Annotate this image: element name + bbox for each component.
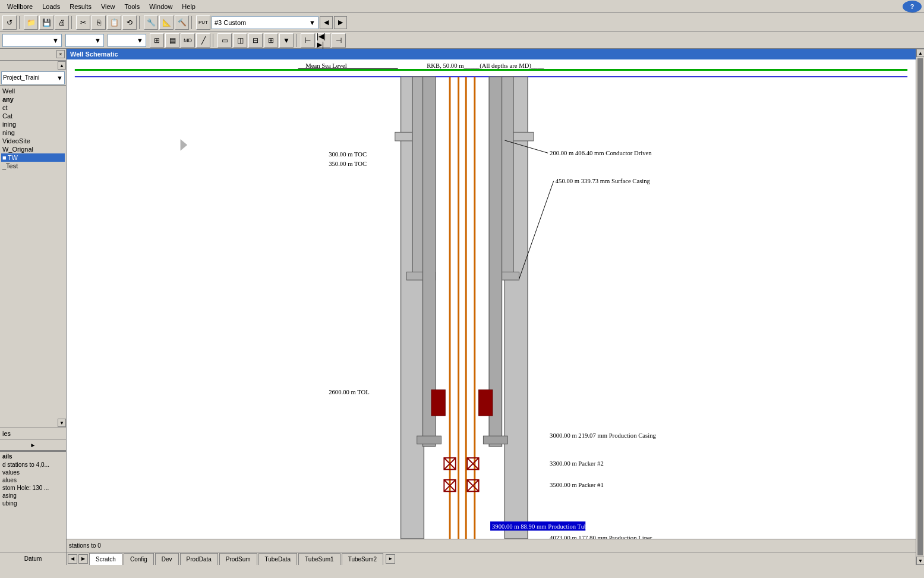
slope-btn[interactable]: ╱ <box>196 33 210 48</box>
nav-forward-btn[interactable]: ▶ <box>334 16 347 29</box>
details-item-1: values <box>0 469 66 476</box>
view-btn-4[interactable]: ⊞ <box>264 33 278 48</box>
scroll-up-btn[interactable]: ▲ <box>58 61 66 70</box>
project-dropdown[interactable]: Project_Traini ▼ <box>1 71 65 84</box>
toolbar-1: ↺ 📁 💾 🖨 ✂ ⎘ 📋 ⟲ 🔧 📐 🔨 PUT #3 Custom ▼ ◀ … <box>0 13 924 32</box>
tree-item-test[interactable]: _Test <box>1 162 65 170</box>
menu-item-view[interactable]: View <box>96 2 120 11</box>
right-scrollbar[interactable]: ▲ ▼ <box>916 49 924 565</box>
menu-item-wellbore[interactable]: Wellbore <box>2 2 37 11</box>
tree-item-well[interactable]: Well <box>1 87 65 95</box>
save-btn[interactable]: 💾 <box>39 15 53 30</box>
view-btn-5[interactable]: ▼ <box>279 33 294 48</box>
tree-item-ct[interactable]: ct <box>1 103 65 112</box>
tree-item-any[interactable]: any <box>1 95 65 103</box>
nav-btn-2[interactable]: |◀|▶| <box>316 33 330 48</box>
project-dropdown-arrow: ▼ <box>56 74 63 81</box>
tab-dev[interactable]: Dev <box>155 553 179 565</box>
menu-item-results[interactable]: Results <box>65 2 96 11</box>
sidebar-close-btn[interactable]: × <box>56 50 65 58</box>
tab-prodsum[interactable]: ProdSum <box>219 553 257 565</box>
copy-btn[interactable]: ⎘ <box>92 15 106 30</box>
tab-scratch[interactable]: Scratch <box>89 553 122 565</box>
tab-bar: ◀ ▶ Scratch Config Dev ProdData ProdSum … <box>67 552 916 565</box>
details-item-3: stom Hole: 130 ... <box>0 484 66 492</box>
tab-nav-right[interactable]: ▶ <box>78 554 88 564</box>
filter-dropdown-2[interactable]: ▼ <box>65 34 104 47</box>
tree-item-tw[interactable]: ■TW <box>1 153 65 162</box>
menu-item-window[interactable]: Window <box>144 2 177 11</box>
rkb-label: RKB, 50.00 m_____(All depths are MD)____ <box>427 62 544 70</box>
sidebar-scroll-top: ▲ <box>0 61 66 70</box>
scroll-thumb-right[interactable] <box>917 58 923 555</box>
filter-btn[interactable]: ⊞ <box>150 33 164 48</box>
tab-tubesum1[interactable]: TubeSum1 <box>298 553 340 565</box>
sidebar-collapse-btn[interactable]: ► <box>0 439 66 451</box>
menu-item-loads[interactable]: Loads <box>37 2 65 11</box>
tool3-btn[interactable]: 🔨 <box>175 15 189 30</box>
tab-tubedata[interactable]: TubeData <box>258 553 298 565</box>
table-btn-1[interactable]: ▤ <box>165 33 179 48</box>
tab-nav-right2[interactable]: ► <box>386 554 395 564</box>
scroll-down-btn[interactable]: ▼ <box>58 419 66 427</box>
dropdown-arrow-icon: ▼ <box>309 19 316 26</box>
cut-btn[interactable]: ✂ <box>76 15 90 30</box>
print-btn[interactable]: 🖨 <box>55 15 69 30</box>
status-bar: stations to 0 <box>67 539 916 552</box>
svg-rect-31 <box>431 389 445 416</box>
view-btn-3[interactable]: ⊟ <box>248 33 263 48</box>
toolbar-2: ▼ ▼ ▼ ⊞ ▤ MD ╱ ▭ ◫ ⊟ ⊞ ▼ ⊢ |◀|▶| ⊣ <box>0 32 924 49</box>
filter-dropdown-3[interactable]: ▼ <box>108 34 146 47</box>
nav-btn-3[interactable]: ⊣ <box>332 33 346 48</box>
prod-casing-label: 3000.00 m 219.07 mm Production Casing <box>550 432 656 439</box>
tree-item-videosite[interactable]: VideoSite <box>1 137 65 145</box>
sidebar: × ▲ Project_Traini ▼ Well any ct Cat ini… <box>0 49 67 565</box>
sep5 <box>213 34 215 47</box>
details-item-4: asing <box>0 492 66 500</box>
tool2-btn[interactable]: 📐 <box>159 15 174 30</box>
sep1 <box>19 16 21 29</box>
scroll-down-right[interactable]: ▼ <box>916 557 924 565</box>
tool1-btn[interactable]: 🔧 <box>144 15 158 30</box>
menu-item-tools[interactable]: Tools <box>120 2 145 11</box>
tree-item-cat[interactable]: Cat <box>1 112 65 120</box>
sep3 <box>139 16 141 29</box>
schematic-svg: Mean Sea Level RKB, 50.00 m_____(All dep… <box>67 59 916 539</box>
filter-dropdown-1[interactable]: ▼ <box>2 34 62 47</box>
svg-rect-32 <box>479 389 493 416</box>
scroll-up-right[interactable]: ▲ <box>916 49 924 57</box>
profile-dropdown[interactable]: #3 Custom ▼ <box>212 16 318 29</box>
tab-tubesum2[interactable]: TubeSum2 <box>342 553 384 565</box>
menu-item-help[interactable]: Help <box>177 2 200 11</box>
svg-rect-13 <box>417 436 441 444</box>
project-dropdown-label: Project_Traini <box>3 74 39 81</box>
nav-back-btn[interactable]: ◀ <box>320 16 333 29</box>
tab-nav-left[interactable]: ◀ <box>68 554 77 564</box>
dropdown-arrow-icon-4: ▼ <box>137 37 143 44</box>
sidebar-tree: Well any ct Cat ining ning VideoSite W_O… <box>0 86 66 418</box>
toc-300-label: 300.00 m TOC <box>329 150 367 158</box>
view-btn-2[interactable]: ◫ <box>233 33 247 48</box>
view-btn-1[interactable]: ▭ <box>217 33 232 48</box>
content-area: Well Schematic Mean Sea Level RKB, 50.00… <box>67 49 916 565</box>
dropdown-arrow-icon-2: ▼ <box>52 37 59 44</box>
new-btn[interactable]: ↺ <box>2 15 17 30</box>
tree-item-w-orignal[interactable]: W_Orignal <box>1 145 65 153</box>
tab-config[interactable]: Config <box>124 553 154 565</box>
main-layout: × ▲ Project_Traini ▼ Well any ct Cat ini… <box>0 49 924 565</box>
prod-tubing-label: 3900.00 m 88.90 mm Production Tubing <box>492 523 596 530</box>
tree-item-ining[interactable]: ining <box>1 120 65 128</box>
nav-btn-1[interactable]: ⊢ <box>301 33 315 48</box>
open-btn[interactable]: 📁 <box>24 15 38 30</box>
details-header: ails <box>0 452 66 461</box>
datum-bar[interactable]: Datum <box>0 552 66 565</box>
paste-btn[interactable]: 📋 <box>107 15 121 30</box>
md-btn[interactable]: MD <box>181 33 195 48</box>
undo-btn[interactable]: ⟲ <box>122 15 137 30</box>
tab-proddata[interactable]: ProdData <box>180 553 218 565</box>
schematic-canvas[interactable]: Mean Sea Level RKB, 50.00 m_____(All dep… <box>67 59 916 539</box>
put-btn[interactable]: PUT <box>196 15 210 30</box>
tree-item-ning[interactable]: ning <box>1 128 65 137</box>
tree-item-ies[interactable]: ies <box>1 429 65 438</box>
svg-rect-14 <box>483 436 507 444</box>
